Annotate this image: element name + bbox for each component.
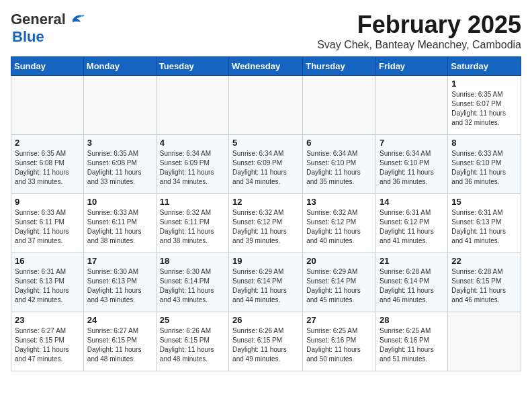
calendar-cell: 20Sunrise: 6:29 AM Sunset: 6:14 PM Dayli…: [303, 253, 376, 312]
calendar-cell: 4Sunrise: 6:34 AM Sunset: 6:09 PM Daylig…: [156, 135, 228, 194]
day-info: Sunrise: 6:32 AM Sunset: 6:11 PM Dayligh…: [160, 208, 225, 246]
day-info: Sunrise: 6:31 AM Sunset: 6:13 PM Dayligh…: [451, 208, 517, 246]
calendar-cell: 21Sunrise: 6:28 AM Sunset: 6:14 PM Dayli…: [376, 253, 448, 312]
calendar-cell: [303, 76, 376, 135]
day-number: 27: [306, 315, 372, 325]
calendar-cell: 6Sunrise: 6:34 AM Sunset: 6:10 PM Daylig…: [303, 135, 376, 194]
calendar-cell: 17Sunrise: 6:30 AM Sunset: 6:13 PM Dayli…: [83, 253, 156, 312]
calendar-cell: 14Sunrise: 6:31 AM Sunset: 6:12 PM Dayli…: [376, 194, 448, 253]
day-info: Sunrise: 6:34 AM Sunset: 6:09 PM Dayligh…: [160, 149, 225, 187]
logo: General Blue: [11, 11, 85, 46]
calendar-week-row: 2Sunrise: 6:35 AM Sunset: 6:08 PM Daylig…: [11, 135, 521, 194]
calendar-cell: [376, 76, 448, 135]
day-info: Sunrise: 6:33 AM Sunset: 6:11 PM Dayligh…: [15, 208, 80, 246]
calendar-cell: 7Sunrise: 6:34 AM Sunset: 6:10 PM Daylig…: [376, 135, 448, 194]
day-info: Sunrise: 6:28 AM Sunset: 6:15 PM Dayligh…: [451, 267, 517, 305]
calendar-cell: [83, 76, 156, 135]
day-info: Sunrise: 6:26 AM Sunset: 6:15 PM Dayligh…: [160, 326, 225, 364]
weekday-header-friday: Friday: [376, 57, 448, 76]
month-year: February 2025: [317, 11, 521, 39]
day-number: 21: [380, 256, 444, 266]
day-info: Sunrise: 6:26 AM Sunset: 6:15 PM Dayligh…: [232, 326, 299, 364]
day-info: Sunrise: 6:35 AM Sunset: 6:08 PM Dayligh…: [15, 149, 80, 187]
day-number: 18: [160, 256, 225, 266]
calendar-cell: 24Sunrise: 6:27 AM Sunset: 6:15 PM Dayli…: [83, 312, 156, 371]
calendar-cell: 16Sunrise: 6:31 AM Sunset: 6:13 PM Dayli…: [11, 253, 84, 312]
calendar-cell: 1Sunrise: 6:35 AM Sunset: 6:07 PM Daylig…: [448, 76, 521, 135]
day-number: 12: [232, 197, 299, 207]
calendar-cell: 26Sunrise: 6:26 AM Sunset: 6:15 PM Dayli…: [229, 312, 303, 371]
day-number: 9: [15, 197, 80, 207]
day-number: 23: [15, 315, 80, 325]
day-number: 11: [160, 197, 225, 207]
calendar-cell: 8Sunrise: 6:33 AM Sunset: 6:10 PM Daylig…: [448, 135, 521, 194]
title-section: February 2025 Svay Chek, Banteay Meanche…: [317, 11, 521, 51]
day-info: Sunrise: 6:33 AM Sunset: 6:11 PM Dayligh…: [87, 208, 152, 246]
day-info: Sunrise: 6:29 AM Sunset: 6:14 PM Dayligh…: [232, 267, 299, 305]
day-info: Sunrise: 6:34 AM Sunset: 6:10 PM Dayligh…: [306, 149, 372, 187]
day-number: 7: [380, 138, 444, 148]
day-number: 6: [306, 138, 372, 148]
weekday-header-row: SundayMondayTuesdayWednesdayThursdayFrid…: [11, 57, 521, 76]
calendar-cell: 3Sunrise: 6:35 AM Sunset: 6:08 PM Daylig…: [83, 135, 156, 194]
calendar-cell: 18Sunrise: 6:30 AM Sunset: 6:14 PM Dayli…: [156, 253, 228, 312]
calendar-cell: 23Sunrise: 6:27 AM Sunset: 6:15 PM Dayli…: [11, 312, 84, 371]
calendar-cell: 27Sunrise: 6:25 AM Sunset: 6:16 PM Dayli…: [303, 312, 376, 371]
day-number: 25: [160, 315, 225, 325]
calendar-cell: 5Sunrise: 6:34 AM Sunset: 6:09 PM Daylig…: [229, 135, 303, 194]
calendar-cell: 15Sunrise: 6:31 AM Sunset: 6:13 PM Dayli…: [448, 194, 521, 253]
calendar-cell: 2Sunrise: 6:35 AM Sunset: 6:08 PM Daylig…: [11, 135, 84, 194]
day-number: 13: [306, 197, 372, 207]
day-info: Sunrise: 6:32 AM Sunset: 6:12 PM Dayligh…: [306, 208, 372, 246]
day-info: Sunrise: 6:29 AM Sunset: 6:14 PM Dayligh…: [306, 267, 372, 305]
day-number: 19: [232, 256, 299, 266]
day-number: 4: [160, 138, 225, 148]
day-number: 17: [87, 256, 152, 266]
day-number: 16: [15, 256, 80, 266]
day-number: 3: [87, 138, 152, 148]
calendar-cell: [448, 312, 521, 371]
calendar-cell: [229, 76, 303, 135]
location: Svay Chek, Banteay Meanchey, Cambodia: [317, 39, 521, 51]
weekday-header-sunday: Sunday: [11, 57, 84, 76]
calendar-week-row: 9Sunrise: 6:33 AM Sunset: 6:11 PM Daylig…: [11, 194, 521, 253]
calendar-cell: 9Sunrise: 6:33 AM Sunset: 6:11 PM Daylig…: [11, 194, 84, 253]
logo-general: General: [11, 11, 66, 28]
day-number: 1: [451, 79, 517, 89]
calendar-cell: 28Sunrise: 6:25 AM Sunset: 6:16 PM Dayli…: [376, 312, 448, 371]
day-info: Sunrise: 6:25 AM Sunset: 6:16 PM Dayligh…: [306, 326, 372, 364]
weekday-header-thursday: Thursday: [303, 57, 376, 76]
day-number: 28: [380, 315, 444, 325]
day-number: 2: [15, 138, 80, 148]
day-info: Sunrise: 6:34 AM Sunset: 6:10 PM Dayligh…: [380, 149, 444, 187]
calendar-week-row: 23Sunrise: 6:27 AM Sunset: 6:15 PM Dayli…: [11, 312, 521, 371]
day-info: Sunrise: 6:34 AM Sunset: 6:09 PM Dayligh…: [232, 149, 299, 187]
day-number: 5: [232, 138, 299, 148]
day-info: Sunrise: 6:30 AM Sunset: 6:13 PM Dayligh…: [87, 267, 152, 305]
day-number: 22: [451, 256, 517, 266]
day-info: Sunrise: 6:25 AM Sunset: 6:16 PM Dayligh…: [380, 326, 444, 364]
day-info: Sunrise: 6:35 AM Sunset: 6:08 PM Dayligh…: [87, 149, 152, 187]
header: General Blue February 2025 Svay Chek, Ba…: [11, 11, 521, 51]
day-info: Sunrise: 6:30 AM Sunset: 6:14 PM Dayligh…: [160, 267, 225, 305]
logo-blue: Blue: [12, 28, 44, 45]
day-info: Sunrise: 6:32 AM Sunset: 6:12 PM Dayligh…: [232, 208, 299, 246]
calendar-week-row: 16Sunrise: 6:31 AM Sunset: 6:13 PM Dayli…: [11, 253, 521, 312]
day-info: Sunrise: 6:28 AM Sunset: 6:14 PM Dayligh…: [380, 267, 444, 305]
logo-bird-icon: [67, 13, 85, 26]
day-info: Sunrise: 6:35 AM Sunset: 6:07 PM Dayligh…: [451, 90, 517, 128]
day-number: 20: [306, 256, 372, 266]
calendar-cell: 12Sunrise: 6:32 AM Sunset: 6:12 PM Dayli…: [229, 194, 303, 253]
calendar-cell: 11Sunrise: 6:32 AM Sunset: 6:11 PM Dayli…: [156, 194, 228, 253]
day-info: Sunrise: 6:31 AM Sunset: 6:12 PM Dayligh…: [380, 208, 444, 246]
day-number: 24: [87, 315, 152, 325]
calendar: SundayMondayTuesdayWednesdayThursdayFrid…: [11, 56, 521, 371]
weekday-header-saturday: Saturday: [448, 57, 521, 76]
calendar-week-row: 1Sunrise: 6:35 AM Sunset: 6:07 PM Daylig…: [11, 76, 521, 135]
calendar-cell: 25Sunrise: 6:26 AM Sunset: 6:15 PM Dayli…: [156, 312, 228, 371]
day-number: 15: [451, 197, 517, 207]
calendar-cell: 19Sunrise: 6:29 AM Sunset: 6:14 PM Dayli…: [229, 253, 303, 312]
weekday-header-wednesday: Wednesday: [229, 57, 303, 76]
day-number: 14: [380, 197, 444, 207]
calendar-cell: 22Sunrise: 6:28 AM Sunset: 6:15 PM Dayli…: [448, 253, 521, 312]
